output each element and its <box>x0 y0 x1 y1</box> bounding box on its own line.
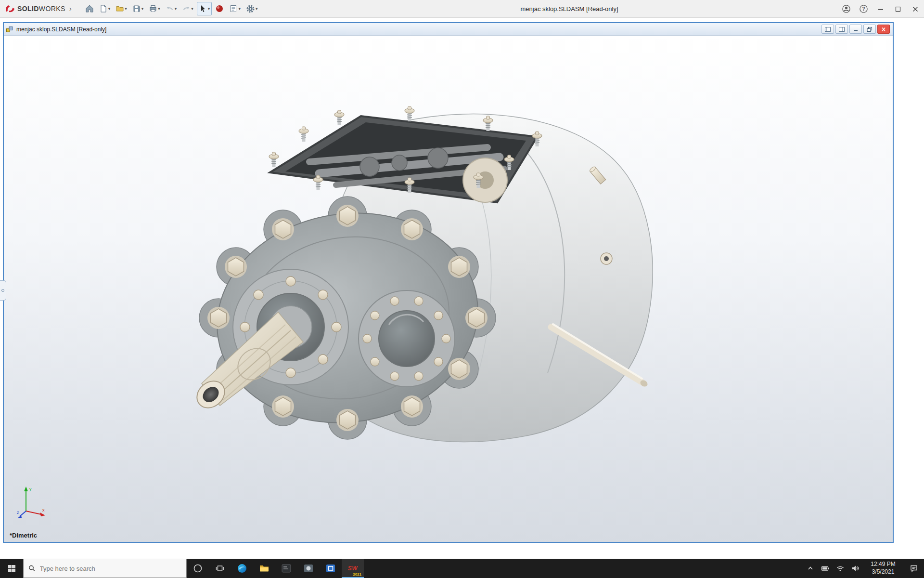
solidworks-logo[interactable]: SOLIDWORKS <box>0 4 65 13</box>
3dexperience-button[interactable] <box>213 2 226 15</box>
edge-button[interactable] <box>231 559 253 578</box>
search-icon <box>28 565 36 572</box>
document-close-button[interactable] <box>877 25 890 34</box>
help-button[interactable]: ? <box>855 0 872 18</box>
dropdown-caret-icon[interactable]: ▾ <box>175 6 177 11</box>
document-close-icon <box>880 26 887 32</box>
document-minimize-button[interactable] <box>849 25 862 34</box>
open-button[interactable]: ▾ <box>114 2 129 15</box>
dropdown-caret-icon[interactable]: ▾ <box>108 6 111 11</box>
window-caption-controls: ? <box>837 0 924 18</box>
dropdown-caret-icon[interactable]: ▾ <box>191 6 193 11</box>
new-document-icon <box>99 4 108 13</box>
menu-expand-icon[interactable]: › <box>69 4 72 13</box>
gearbox-model[interactable] <box>4 36 893 542</box>
options-button[interactable]: ▾ <box>244 2 260 15</box>
maximize-button[interactable] <box>889 0 907 18</box>
app-titlebar: SOLIDWORKS › ▾ ▾ <box>0 0 924 18</box>
task-view-icon <box>215 564 225 573</box>
view-orientation-label: *Dimetric <box>10 532 37 539</box>
taskbar-search[interactable] <box>23 559 187 578</box>
svg-text:?: ? <box>862 6 865 12</box>
document-window-controls <box>821 25 891 34</box>
account-icon <box>842 4 851 13</box>
task-view-button[interactable] <box>209 559 231 578</box>
gray-app-icon <box>303 563 314 574</box>
hidden-icons-button[interactable] <box>803 559 818 578</box>
redo-button[interactable]: ▾ <box>180 2 195 15</box>
app-title: menjac sklop.SLDASM [Read-only] <box>520 0 618 18</box>
save-button[interactable]: ▾ <box>130 2 146 15</box>
save-icon <box>132 4 141 13</box>
cortana-icon <box>193 564 203 573</box>
pane-right-button[interactable] <box>835 25 848 34</box>
print-button[interactable]: ▾ <box>147 2 162 15</box>
start-button[interactable] <box>0 559 23 578</box>
solidworks-taskbar-button[interactable]: SW 2021 <box>342 559 364 578</box>
select-tool-button[interactable]: ▾ <box>197 2 212 15</box>
solidworks-version-badge: 2021 <box>353 572 361 577</box>
gray-app-button[interactable] <box>297 559 320 578</box>
minimize-icon <box>877 6 884 13</box>
search-input[interactable] <box>40 565 181 572</box>
clock-date: 3/5/2021 <box>862 568 904 576</box>
action-center-button[interactable] <box>904 564 924 573</box>
brand-solid: SOLID <box>17 5 39 13</box>
print-icon <box>149 4 157 13</box>
dropdown-caret-icon[interactable]: ▾ <box>208 6 210 11</box>
close-button[interactable] <box>907 0 924 18</box>
open-folder-icon <box>116 4 124 13</box>
clock[interactable]: 12:49 PM 3/5/2021 <box>862 561 904 576</box>
quick-access-toolbar: ▾ ▾ ▾ <box>83 2 260 15</box>
dropdown-caret-icon[interactable]: ▾ <box>238 6 241 11</box>
system-tray: 12:49 PM 3/5/2021 <box>803 559 924 578</box>
gear-icon <box>246 4 255 13</box>
file-explorer-icon <box>259 563 270 574</box>
edge-icon <box>237 563 247 574</box>
account-button[interactable] <box>837 0 855 18</box>
solidworks-logo-icon <box>5 4 15 13</box>
svg-text:z: z <box>17 510 19 515</box>
redo-icon <box>182 4 191 13</box>
network-button[interactable] <box>833 559 847 578</box>
speaker-icon <box>851 564 860 573</box>
home-icon <box>85 4 94 13</box>
cover-boss[interactable] <box>359 290 455 387</box>
chevron-up-icon <box>807 565 814 572</box>
document-properties-icon <box>229 4 238 13</box>
notification-icon <box>910 564 918 573</box>
pane-right-icon <box>838 26 845 32</box>
undo-icon <box>166 4 174 13</box>
file-properties-button[interactable]: ▾ <box>227 2 243 15</box>
dropdown-caret-icon[interactable]: ▾ <box>256 6 258 11</box>
blue-app-icon <box>325 563 336 574</box>
document-titlebar[interactable]: menjac sklop.SLDASM [Read-only] <box>4 23 893 36</box>
dropdown-caret-icon[interactable]: ▾ <box>125 6 127 11</box>
undo-button[interactable]: ▾ <box>164 2 179 15</box>
new-document-button[interactable]: ▾ <box>97 2 113 15</box>
home-button[interactable] <box>83 2 96 15</box>
minimize-button[interactable] <box>872 0 889 18</box>
cortana-button[interactable] <box>187 559 209 578</box>
windows-logo-icon <box>8 565 16 573</box>
close-icon <box>912 6 919 13</box>
workspace: menjac sklop.SLDASM [Read-only] <box>0 18 924 559</box>
document-restore-button[interactable] <box>863 25 876 34</box>
document-title: menjac sklop.SLDASM [Read-only] <box>16 26 106 33</box>
pane-left-button[interactable] <box>821 25 834 34</box>
battery-button[interactable] <box>818 559 833 578</box>
solidworks-app-icon: SW <box>348 565 358 572</box>
document-restore-icon <box>866 26 873 32</box>
dropdown-caret-icon[interactable]: ▾ <box>158 6 160 11</box>
screen: SOLIDWORKS › ▾ ▾ <box>0 0 924 578</box>
orientation-triad[interactable]: y x z <box>16 484 47 521</box>
select-cursor-icon <box>199 4 207 13</box>
terminal-app-button[interactable] <box>275 559 297 578</box>
blue-app-button[interactable] <box>320 559 342 578</box>
featuremanager-collapsed-tab[interactable] <box>0 280 6 301</box>
help-icon: ? <box>859 4 868 13</box>
dropdown-caret-icon[interactable]: ▾ <box>141 6 144 11</box>
graphics-viewport[interactable]: y x z *Dimetric <box>4 36 893 542</box>
volume-button[interactable] <box>847 559 862 578</box>
file-explorer-button[interactable] <box>253 559 275 578</box>
